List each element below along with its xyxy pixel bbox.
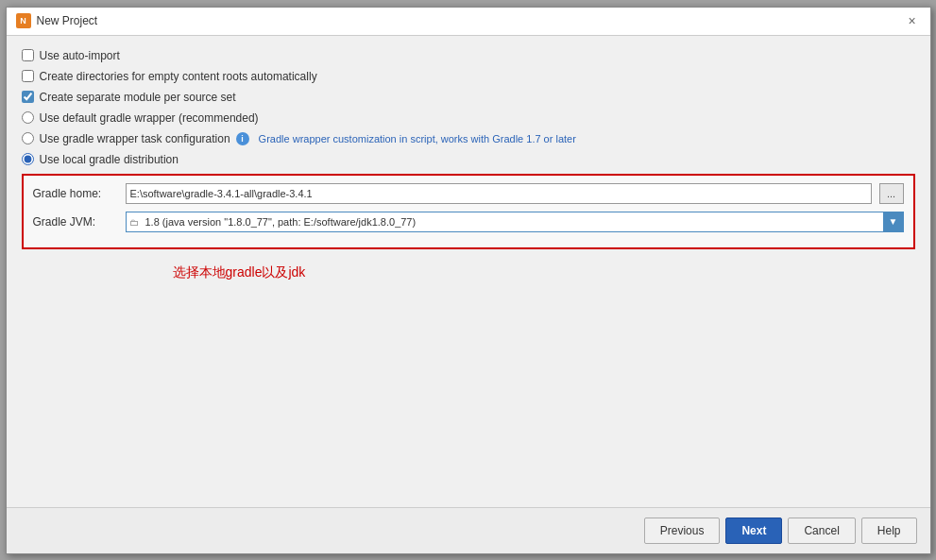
auto-import-checkbox[interactable] xyxy=(22,49,34,61)
create-dirs-row: Create directories for empty content roo… xyxy=(22,70,915,83)
create-module-checkbox[interactable] xyxy=(22,91,34,103)
new-project-dialog: N New Project × Use auto-import Create d… xyxy=(6,7,931,554)
gradle-home-label: Gradle home: xyxy=(33,187,118,200)
auto-import-row: Use auto-import xyxy=(22,49,915,62)
annotation-text: 选择本地gradle以及jdk xyxy=(173,264,915,281)
create-dirs-checkbox[interactable] xyxy=(22,70,34,82)
close-button[interactable]: × xyxy=(904,12,921,29)
title-bar-left: N New Project xyxy=(16,13,98,28)
wrapper-task-row: Use gradle wrapper task configuration i … xyxy=(22,132,915,145)
auto-import-label[interactable]: Use auto-import xyxy=(40,49,120,62)
gradle-jvm-row: Gradle JVM: 🗀 1.8 (java version "1.8.0_7… xyxy=(33,212,904,232)
browse-button[interactable]: ... xyxy=(879,183,904,204)
default-wrapper-label[interactable]: Use default gradle wrapper (recommended) xyxy=(40,111,259,125)
local-gradle-radio[interactable] xyxy=(22,153,34,165)
dialog-title: New Project xyxy=(37,14,98,27)
default-wrapper-radio[interactable] xyxy=(22,111,34,124)
create-module-row: Create separate module per source set xyxy=(22,91,915,104)
next-button[interactable]: Next xyxy=(725,518,782,544)
gradle-jvm-select[interactable]: 1.8 (java version "1.8.0_77", path: E:/s… xyxy=(126,212,904,232)
jdk-folder-icon: 🗀 xyxy=(129,216,139,227)
gradle-jvm-label: Gradle JVM: xyxy=(33,215,118,229)
cancel-button[interactable]: Cancel xyxy=(788,518,855,544)
title-bar: N New Project × xyxy=(7,8,930,36)
info-icon[interactable]: i xyxy=(236,132,249,145)
gradle-jvm-dropdown-container: 🗀 1.8 (java version "1.8.0_77", path: E:… xyxy=(126,212,904,232)
info-text: Gradle wrapper customization in script, … xyxy=(259,133,576,144)
gradle-home-input[interactable] xyxy=(126,183,872,204)
local-gradle-label[interactable]: Use local gradle distribution xyxy=(40,153,179,166)
create-module-label[interactable]: Create separate module per source set xyxy=(40,91,236,104)
dialog-content: Use auto-import Create directories for e… xyxy=(7,36,930,507)
local-gradle-row: Use local gradle distribution xyxy=(22,153,915,166)
dialog-icon: N xyxy=(16,13,31,28)
gradle-home-row: Gradle home: ... xyxy=(33,183,904,204)
wrapper-task-radio[interactable] xyxy=(22,132,34,144)
default-wrapper-row: Use default gradle wrapper (recommended) xyxy=(22,111,915,125)
previous-button[interactable]: Previous xyxy=(644,518,721,544)
help-button[interactable]: Help xyxy=(861,518,917,544)
local-gradle-section: Gradle home: ... Gradle JVM: 🗀 1.8 (java… xyxy=(22,174,915,249)
bottom-bar: Previous Next Cancel Help xyxy=(7,507,930,553)
create-dirs-label[interactable]: Create directories for empty content roo… xyxy=(40,70,317,83)
wrapper-task-label[interactable]: Use gradle wrapper task configuration xyxy=(40,132,230,145)
